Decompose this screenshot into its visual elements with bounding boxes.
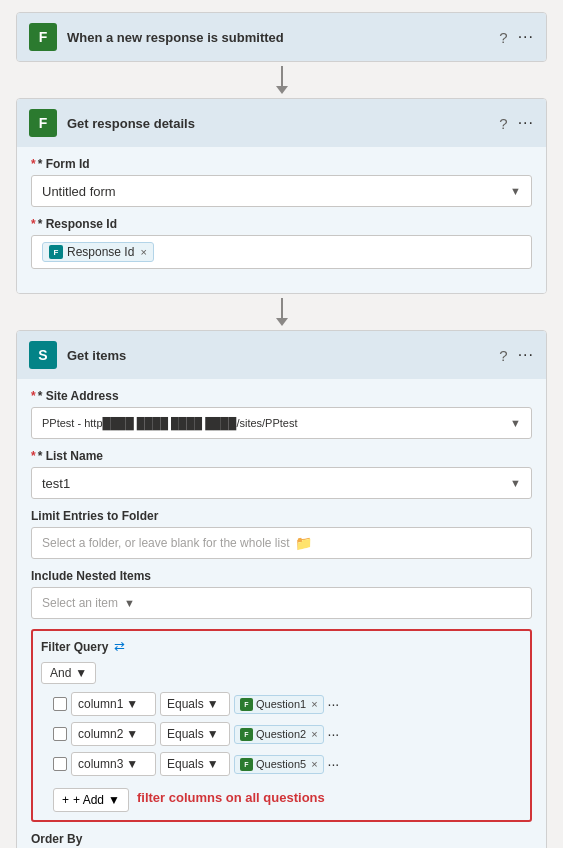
filter-row-1-op-dropdown[interactable]: Equals ▼: [160, 722, 230, 746]
nested-items-chevron-icon: ▼: [124, 597, 135, 609]
response-id-badge: F Response Id ×: [42, 242, 154, 262]
limit-entries-field: Limit Entries to Folder Select a folder,…: [31, 509, 532, 559]
add-chevron-icon: ▼: [108, 793, 120, 807]
filter-row-2-checkbox[interactable]: [53, 757, 67, 771]
get-items-actions: ? ···: [499, 346, 534, 364]
refresh-icon[interactable]: ⇄: [114, 639, 125, 654]
site-address-value: PPtest - http████ ████ ████ ████/sites/P…: [42, 417, 504, 429]
filter-row-2-col-chevron-icon: ▼: [126, 757, 138, 771]
list-name-value: test1: [42, 476, 504, 491]
trigger-header: F When a new response is submitted ? ···: [17, 13, 546, 61]
response-id-field: ** Response Id F Response Id ×: [31, 217, 532, 269]
list-name-chevron-icon: ▼: [510, 477, 521, 489]
form-id-value: Untitled form: [42, 184, 504, 199]
filter-row-2-op-value: Equals: [167, 757, 204, 771]
filter-row-1-col-value: column2: [78, 727, 123, 741]
filter-row-0-more-icon[interactable]: ···: [328, 696, 340, 712]
get-items-header: S Get items ? ···: [17, 331, 546, 379]
order-by-label: Order By: [31, 832, 532, 846]
response-id-input[interactable]: F Response Id ×: [31, 235, 532, 269]
arrow-1: [276, 62, 288, 98]
add-row: + + Add ▼ filter columns on all question…: [41, 782, 522, 812]
filter-row-2-question-label: Question5: [256, 758, 306, 770]
form-id-input[interactable]: Untitled form ▼: [31, 175, 532, 207]
get-items-body: ** Site Address PPtest - http████ ████ █…: [17, 379, 546, 848]
filter-row-1-question-label: Question2: [256, 728, 306, 740]
filter-row-0-op-chevron-icon: ▼: [207, 697, 219, 711]
filter-row-0-col-chevron-icon: ▼: [126, 697, 138, 711]
response-details-card: F Get response details ? ··· ** Form Id …: [16, 98, 547, 294]
filter-row-2-more-icon[interactable]: ···: [328, 756, 340, 772]
site-address-label: ** Site Address: [31, 389, 532, 403]
response-details-help-icon[interactable]: ?: [499, 115, 507, 132]
add-label: + Add: [73, 793, 104, 807]
filter-rows-container: column1 ▼ Equals ▼ F Question1 × ···: [41, 692, 522, 776]
filter-row-1-badge-close-icon[interactable]: ×: [311, 728, 317, 740]
filter-row-1-checkbox[interactable]: [53, 727, 67, 741]
limit-entries-input[interactable]: Select a folder, or leave blank for the …: [31, 527, 532, 559]
limit-entries-placeholder: Select a folder, or leave blank for the …: [42, 536, 289, 550]
filter-query-section: Filter Query ⇄ And ▼ column1 ▼: [31, 629, 532, 822]
and-label: And: [50, 666, 71, 680]
get-items-title: Get items: [67, 348, 489, 363]
filter-row-2-col-dropdown[interactable]: column3 ▼: [71, 752, 156, 776]
filter-row-1-col-dropdown[interactable]: column2 ▼: [71, 722, 156, 746]
form-id-field: ** Form Id Untitled form ▼: [31, 157, 532, 207]
filter-row-2-badge-close-icon[interactable]: ×: [311, 758, 317, 770]
get-items-more-icon[interactable]: ···: [518, 346, 534, 364]
filter-row-2-col-value: column3: [78, 757, 123, 771]
order-by-field: Order By An ODATA orderBy query for spec…: [31, 832, 532, 848]
add-button[interactable]: + + Add ▼: [53, 788, 129, 812]
filter-row-1-op-chevron-icon: ▼: [207, 727, 219, 741]
response-id-label: ** Response Id: [31, 217, 532, 231]
filter-row-2-badge-icon: F: [240, 758, 253, 771]
filter-row-1-badge-icon: F: [240, 728, 253, 741]
response-details-title: Get response details: [67, 116, 489, 131]
trigger-more-icon[interactable]: ···: [518, 28, 534, 46]
nested-items-field: Include Nested Items Select an item ▼: [31, 569, 532, 619]
get-items-icon: S: [29, 341, 57, 369]
form-id-chevron-icon: ▼: [510, 185, 521, 197]
folder-icon: 📁: [295, 535, 312, 551]
filter-row-0-op-dropdown[interactable]: Equals ▼: [160, 692, 230, 716]
site-address-input[interactable]: PPtest - http████ ████ ████ ████/sites/P…: [31, 407, 532, 439]
filter-row-2: column3 ▼ Equals ▼ F Question5 × ···: [53, 752, 522, 776]
filter-row-2-question-badge: F Question5 ×: [234, 755, 324, 774]
response-details-header: F Get response details ? ···: [17, 99, 546, 147]
add-plus-icon: +: [62, 793, 69, 807]
response-details-actions: ? ···: [499, 114, 534, 132]
and-dropdown[interactable]: And ▼: [41, 662, 96, 684]
trigger-actions: ? ···: [499, 28, 534, 46]
filter-query-label: Filter Query: [41, 640, 108, 654]
filter-row-0-col-dropdown[interactable]: column1 ▼: [71, 692, 156, 716]
filter-query-header: Filter Query ⇄: [41, 639, 522, 654]
filter-annotation: filter columns on all questions: [137, 790, 325, 805]
badge-forms-icon: F: [49, 245, 63, 259]
badge-close-icon[interactable]: ×: [140, 246, 146, 258]
get-items-help-icon[interactable]: ?: [499, 347, 507, 364]
filter-row-1: column2 ▼ Equals ▼ F Question2 × ···: [53, 722, 522, 746]
arrow-2: [276, 294, 288, 330]
filter-row-0-badge-icon: F: [240, 698, 253, 711]
filter-row-1-op-value: Equals: [167, 727, 204, 741]
trigger-card: F When a new response is submitted ? ···: [16, 12, 547, 62]
site-address-chevron-icon: ▼: [510, 417, 521, 429]
nested-items-label: Include Nested Items: [31, 569, 532, 583]
filter-row-0-question-badge: F Question1 ×: [234, 695, 324, 714]
list-name-input[interactable]: test1 ▼: [31, 467, 532, 499]
filter-row-2-op-chevron-icon: ▼: [207, 757, 219, 771]
filter-row-0-checkbox[interactable]: [53, 697, 67, 711]
response-details-body: ** Form Id Untitled form ▼ ** Response I…: [17, 147, 546, 293]
filter-row-0-badge-close-icon[interactable]: ×: [311, 698, 317, 710]
response-details-more-icon[interactable]: ···: [518, 114, 534, 132]
trigger-help-icon[interactable]: ?: [499, 29, 507, 46]
filter-row-2-op-dropdown[interactable]: Equals ▼: [160, 752, 230, 776]
trigger-icon: F: [29, 23, 57, 51]
trigger-title: When a new response is submitted: [67, 30, 489, 45]
get-items-card: S Get items ? ··· ** Site Address PPtest…: [16, 330, 547, 848]
limit-entries-label: Limit Entries to Folder: [31, 509, 532, 523]
nested-items-input[interactable]: Select an item ▼: [31, 587, 532, 619]
filter-row-1-question-badge: F Question2 ×: [234, 725, 324, 744]
filter-row-1-more-icon[interactable]: ···: [328, 726, 340, 742]
filter-row-1-col-chevron-icon: ▼: [126, 727, 138, 741]
